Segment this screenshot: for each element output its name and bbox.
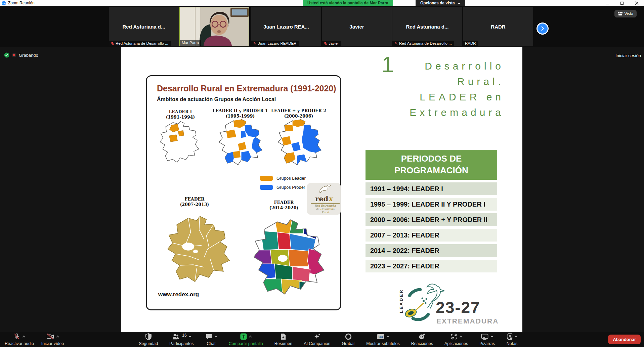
title-bar: zm Zoom Reunión Usted está viendo la pan… <box>0 0 644 6</box>
legend-item: Grupos Leader <box>260 176 306 181</box>
leave-meeting-button[interactable]: Abandonar <box>608 335 641 344</box>
maximize-icon[interactable] <box>614 0 629 6</box>
participant-tile[interactable]: Red Asturiana d... Red Asturiana de Desa… <box>392 7 462 46</box>
zoom-app-icon: zm <box>2 1 6 5</box>
share-screen-button[interactable]: Compartir pantalla <box>227 333 264 346</box>
period-row: 2007 – 2013: FEADER <box>366 229 497 242</box>
participant-tile[interactable]: Red Asturiana d... Red Asturiana de Desa… <box>109 7 179 46</box>
legend-swatch-leader <box>260 176 273 181</box>
map-label: FEADER (2014-2020) <box>254 200 314 211</box>
record-button[interactable]: Grabar <box>340 333 356 346</box>
minimize-icon[interactable] <box>600 0 614 6</box>
chevron-up-icon[interactable] <box>459 333 462 339</box>
participant-label: RADR <box>463 41 478 46</box>
mic-muted-icon <box>324 41 327 45</box>
mic-muted-icon <box>394 41 398 45</box>
window-controls <box>600 0 644 6</box>
participant-name: Red Asturiana d... <box>123 24 165 30</box>
chat-button[interactable]: Chat <box>204 333 219 346</box>
stork-icon <box>316 183 331 193</box>
logo-region-text: EXTREMADURA <box>436 317 499 325</box>
participant-label: Mar Parra <box>180 40 201 46</box>
view-options-dropdown[interactable]: Opciones de vista <box>416 0 465 6</box>
record-dot-icon <box>12 53 16 57</box>
period-row: 2023 – 2027: FEADER <box>366 260 497 272</box>
map-feader-2007-2013 <box>162 211 235 289</box>
sign-in-link[interactable]: Iniciar sesión <box>615 53 641 58</box>
participant-name: Red Asturiana d... <box>406 24 449 30</box>
svg-text:CC: CC <box>379 335 383 339</box>
cc-icon: CC <box>376 333 385 340</box>
map-legend: Grupos Leader Grupos Proder <box>260 176 306 194</box>
screen-share-banner: Usted está viendo la pantalla de Mar Par… <box>303 0 393 6</box>
map-feader-2014-2020 <box>247 215 331 301</box>
mic-muted-icon <box>253 41 257 45</box>
recording-label: Grabando <box>19 53 38 58</box>
share-screen-icon <box>240 333 247 340</box>
participants-button[interactable]: 16 Participantes <box>168 333 195 346</box>
participant-tile[interactable]: RADR RADR <box>463 7 533 46</box>
chat-icon <box>205 333 213 340</box>
legend-item: Grupos Proder <box>260 185 306 190</box>
map-leader-plus-proder-2 <box>272 119 328 167</box>
slide-map-title: Desarrollo Rural en Extremadura (1991-20… <box>157 84 336 93</box>
close-icon[interactable] <box>629 0 644 6</box>
website-url: www.redex.org <box>158 291 199 298</box>
participant-name: Javier <box>349 24 364 30</box>
chevron-up-icon[interactable] <box>22 333 25 339</box>
next-participants-button[interactable] <box>536 23 549 35</box>
main-content: Grabando Iniciar sesión Desarrollo Rural… <box>0 47 644 332</box>
chevron-up-icon[interactable] <box>188 333 191 339</box>
whiteboards-button[interactable]: Pizarras <box>478 333 496 346</box>
chevron-right-icon <box>541 26 544 31</box>
unmute-audio-button[interactable]: Reactivar audio <box>3 333 35 346</box>
whiteboard-icon <box>481 333 489 340</box>
chevron-up-icon[interactable] <box>214 333 217 339</box>
security-button[interactable]: Seguridad <box>137 333 159 346</box>
table-header: PERIODOS DE PROGRAMACIÓN <box>366 150 497 180</box>
map-leader-ii-proder-1 <box>213 119 268 167</box>
leader-23-27-logo: LEADER 23-27 EXTREMADURA <box>399 282 490 331</box>
legend-swatch-proder <box>260 185 273 190</box>
chevron-down-icon <box>458 1 461 5</box>
participant-label: Red Asturiana de Desarrollo ... <box>392 41 454 46</box>
apps-button[interactable]: Aplicaciones <box>443 333 469 346</box>
chevron-up-icon[interactable] <box>490 333 493 339</box>
ai-companion-button[interactable]: AI Companion <box>302 333 332 346</box>
participant-tile-active-speaker[interactable]: Mar Parra <box>179 7 249 46</box>
logo-years-text: 23-27 <box>436 298 480 317</box>
chevron-up-icon[interactable] <box>515 333 518 339</box>
chevron-up-icon[interactable] <box>249 333 252 339</box>
ai-sparkle-icon <box>313 333 321 340</box>
gallery-view-icon <box>618 12 622 16</box>
reactions-button[interactable]: Reacciones <box>410 333 434 346</box>
summary-button[interactable]: Resumen <box>273 333 294 346</box>
captions-button[interactable]: CC Mostrar subtítulos <box>365 333 401 346</box>
participant-tile[interactable]: Javier Javier <box>322 7 392 46</box>
participant-label: Javier <box>322 41 341 46</box>
video-muted-icon <box>46 333 54 340</box>
start-video-button[interactable]: Iniciar vídeo <box>40 333 65 346</box>
mic-muted-icon <box>111 41 114 45</box>
map-label: LEADER I (1991-1994) <box>150 109 211 120</box>
notes-button[interactable]: Notas <box>505 333 519 346</box>
chevron-up-icon[interactable] <box>387 333 390 339</box>
view-options-label: Opciones de vista <box>420 1 455 5</box>
map-leader-i <box>154 121 205 164</box>
map-label: LEADER II y PRODER 1 (1995-1999) <box>210 108 270 119</box>
section-title: Desarrollo Rural. LEADER en Extremadura <box>410 58 504 120</box>
apps-icon <box>450 333 458 340</box>
summary-doc-icon <box>280 333 287 340</box>
participant-name: Juan Lazaro REA... <box>263 24 309 30</box>
view-button-label: Vista <box>625 11 633 16</box>
recording-indicator: Grabando <box>4 52 38 58</box>
map-panel: Desarrollo Rural en Extremadura (1991-20… <box>146 75 341 310</box>
map-label: LEADER + y PRODER 2 (2000-2006) <box>268 108 329 119</box>
participant-tile[interactable]: Juan Lazaro REA... Juan Lazaro READER <box>251 7 321 46</box>
view-button[interactable]: Vista <box>614 10 637 17</box>
shield-icon <box>145 333 152 340</box>
period-row: 2000 – 2006: LEADER + Y PRODER II <box>366 213 497 226</box>
chevron-up-icon[interactable] <box>56 333 59 339</box>
participant-name: RADR <box>491 24 505 30</box>
programming-periods-table: PERIODOS DE PROGRAMACIÓN 1991 – 1994: LE… <box>366 150 497 272</box>
